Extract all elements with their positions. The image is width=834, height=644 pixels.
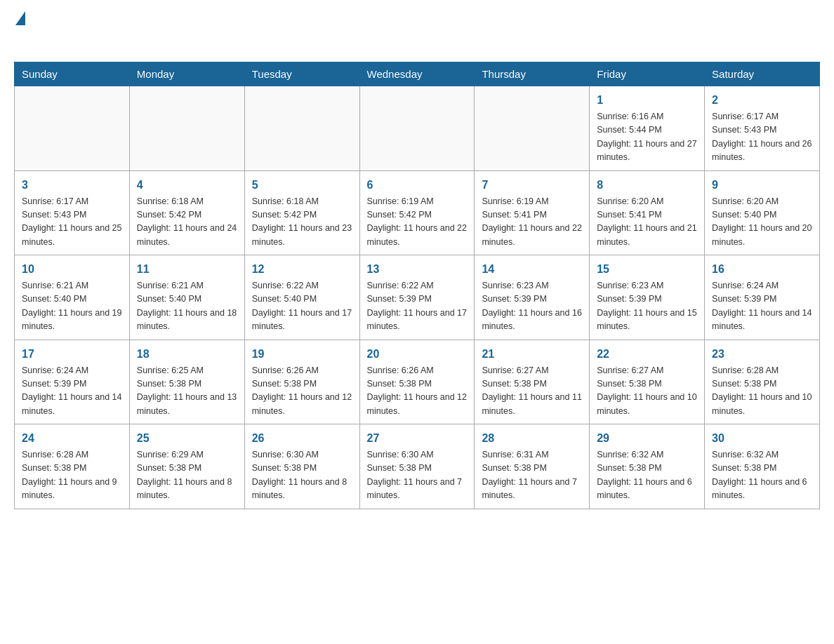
day-info: Sunrise: 6:20 AMSunset: 5:41 PMDaylight:…	[597, 195, 697, 250]
calendar-header-row: SundayMondayTuesdayWednesdayThursdayFrid…	[15, 62, 820, 86]
calendar-day-cell: 17Sunrise: 6:24 AMSunset: 5:39 PMDayligh…	[15, 340, 130, 424]
day-info: Sunrise: 6:23 AMSunset: 5:39 PMDaylight:…	[482, 279, 582, 334]
logo-general-text	[14, 14, 25, 25]
calendar-day-cell	[359, 86, 475, 171]
day-number: 17	[22, 346, 122, 363]
day-number: 16	[712, 261, 812, 278]
calendar-day-cell: 21Sunrise: 6:27 AMSunset: 5:38 PMDayligh…	[475, 340, 590, 424]
day-info: Sunrise: 6:21 AMSunset: 5:40 PMDaylight:…	[22, 279, 122, 334]
calendar-week-row: 3Sunrise: 6:17 AMSunset: 5:43 PMDaylight…	[15, 170, 820, 255]
calendar-day-cell: 30Sunrise: 6:32 AMSunset: 5:38 PMDayligh…	[705, 424, 820, 509]
page-header	[14, 14, 820, 48]
day-info: Sunrise: 6:32 AMSunset: 5:38 PMDaylight:…	[712, 448, 812, 503]
calendar-day-cell: 25Sunrise: 6:29 AMSunset: 5:38 PMDayligh…	[129, 424, 244, 509]
calendar-header-sunday: Sunday	[15, 62, 130, 86]
calendar-day-cell: 23Sunrise: 6:28 AMSunset: 5:38 PMDayligh…	[705, 340, 820, 424]
calendar-day-cell: 13Sunrise: 6:22 AMSunset: 5:39 PMDayligh…	[359, 255, 475, 340]
day-number: 4	[137, 177, 237, 194]
day-info: Sunrise: 6:24 AMSunset: 5:39 PMDaylight:…	[712, 279, 812, 334]
day-number: 19	[252, 346, 352, 363]
calendar-day-cell: 18Sunrise: 6:25 AMSunset: 5:38 PMDayligh…	[129, 340, 244, 424]
calendar-day-cell	[15, 86, 130, 171]
day-number: 2	[712, 92, 812, 109]
day-number: 27	[367, 430, 468, 447]
day-number: 10	[22, 261, 122, 278]
day-number: 15	[597, 261, 697, 278]
calendar-day-cell: 3Sunrise: 6:17 AMSunset: 5:43 PMDaylight…	[15, 170, 130, 255]
day-info: Sunrise: 6:17 AMSunset: 5:43 PMDaylight:…	[712, 110, 812, 165]
day-number: 6	[367, 177, 468, 194]
calendar-day-cell: 16Sunrise: 6:24 AMSunset: 5:39 PMDayligh…	[705, 255, 820, 340]
day-number: 3	[22, 177, 122, 194]
calendar-header-friday: Friday	[590, 62, 705, 86]
day-number: 7	[482, 177, 582, 194]
day-number: 20	[367, 346, 468, 363]
day-number: 5	[252, 177, 352, 194]
day-info: Sunrise: 6:24 AMSunset: 5:39 PMDaylight:…	[22, 364, 122, 419]
calendar-day-cell: 2Sunrise: 6:17 AMSunset: 5:43 PMDaylight…	[705, 86, 820, 171]
day-number: 18	[137, 346, 237, 363]
day-info: Sunrise: 6:26 AMSunset: 5:38 PMDaylight:…	[367, 364, 468, 419]
day-number: 23	[712, 346, 812, 363]
calendar-day-cell: 1Sunrise: 6:16 AMSunset: 5:44 PMDaylight…	[590, 86, 705, 171]
calendar-day-cell	[244, 86, 359, 171]
day-info: Sunrise: 6:22 AMSunset: 5:40 PMDaylight:…	[252, 279, 352, 334]
calendar-day-cell: 4Sunrise: 6:18 AMSunset: 5:42 PMDaylight…	[129, 170, 244, 255]
day-info: Sunrise: 6:28 AMSunset: 5:38 PMDaylight:…	[22, 448, 122, 503]
calendar-week-row: 10Sunrise: 6:21 AMSunset: 5:40 PMDayligh…	[15, 255, 820, 340]
day-info: Sunrise: 6:29 AMSunset: 5:38 PMDaylight:…	[137, 448, 237, 503]
calendar-day-cell: 14Sunrise: 6:23 AMSunset: 5:39 PMDayligh…	[475, 255, 590, 340]
calendar-day-cell: 28Sunrise: 6:31 AMSunset: 5:38 PMDayligh…	[475, 424, 590, 509]
day-number: 9	[712, 177, 812, 194]
logo-arrow-icon	[15, 11, 25, 25]
calendar-day-cell: 27Sunrise: 6:30 AMSunset: 5:38 PMDayligh…	[359, 424, 475, 509]
day-number: 29	[597, 430, 697, 447]
calendar-week-row: 17Sunrise: 6:24 AMSunset: 5:39 PMDayligh…	[15, 340, 820, 424]
day-info: Sunrise: 6:30 AMSunset: 5:38 PMDaylight:…	[252, 448, 352, 503]
calendar-day-cell	[475, 86, 590, 171]
day-info: Sunrise: 6:21 AMSunset: 5:40 PMDaylight:…	[137, 279, 237, 334]
day-number: 25	[137, 430, 237, 447]
calendar-day-cell: 22Sunrise: 6:27 AMSunset: 5:38 PMDayligh…	[590, 340, 705, 424]
day-info: Sunrise: 6:31 AMSunset: 5:38 PMDaylight:…	[482, 448, 582, 503]
calendar-day-cell: 10Sunrise: 6:21 AMSunset: 5:40 PMDayligh…	[15, 255, 130, 340]
day-number: 26	[252, 430, 352, 447]
day-info: Sunrise: 6:20 AMSunset: 5:40 PMDaylight:…	[712, 195, 812, 250]
logo	[14, 14, 25, 48]
calendar-day-cell: 9Sunrise: 6:20 AMSunset: 5:40 PMDaylight…	[705, 170, 820, 255]
day-number: 11	[137, 261, 237, 278]
calendar-table: SundayMondayTuesdayWednesdayThursdayFrid…	[14, 62, 820, 509]
calendar-week-row: 1Sunrise: 6:16 AMSunset: 5:44 PMDaylight…	[15, 86, 820, 171]
day-info: Sunrise: 6:19 AMSunset: 5:41 PMDaylight:…	[482, 195, 582, 250]
day-info: Sunrise: 6:19 AMSunset: 5:42 PMDaylight:…	[367, 195, 468, 250]
calendar-day-cell: 15Sunrise: 6:23 AMSunset: 5:39 PMDayligh…	[590, 255, 705, 340]
day-number: 12	[252, 261, 352, 278]
day-info: Sunrise: 6:27 AMSunset: 5:38 PMDaylight:…	[597, 364, 697, 419]
day-number: 24	[22, 430, 122, 447]
day-number: 8	[597, 177, 697, 194]
calendar-header-wednesday: Wednesday	[359, 62, 475, 86]
calendar-day-cell: 24Sunrise: 6:28 AMSunset: 5:38 PMDayligh…	[15, 424, 130, 509]
day-number: 14	[482, 261, 582, 278]
day-info: Sunrise: 6:25 AMSunset: 5:38 PMDaylight:…	[137, 364, 237, 419]
day-info: Sunrise: 6:18 AMSunset: 5:42 PMDaylight:…	[252, 195, 352, 250]
calendar-day-cell: 11Sunrise: 6:21 AMSunset: 5:40 PMDayligh…	[129, 255, 244, 340]
day-info: Sunrise: 6:32 AMSunset: 5:38 PMDaylight:…	[597, 448, 697, 503]
calendar-day-cell: 12Sunrise: 6:22 AMSunset: 5:40 PMDayligh…	[244, 255, 359, 340]
day-number: 13	[367, 261, 468, 278]
day-number: 1	[597, 92, 697, 109]
calendar-header-tuesday: Tuesday	[244, 62, 359, 86]
calendar-header-thursday: Thursday	[475, 62, 590, 86]
calendar-day-cell: 5Sunrise: 6:18 AMSunset: 5:42 PMDaylight…	[244, 170, 359, 255]
calendar-week-row: 24Sunrise: 6:28 AMSunset: 5:38 PMDayligh…	[15, 424, 820, 509]
day-info: Sunrise: 6:26 AMSunset: 5:38 PMDaylight:…	[252, 364, 352, 419]
day-info: Sunrise: 6:27 AMSunset: 5:38 PMDaylight:…	[482, 364, 582, 419]
day-info: Sunrise: 6:16 AMSunset: 5:44 PMDaylight:…	[597, 110, 697, 165]
day-number: 28	[482, 430, 582, 447]
day-info: Sunrise: 6:22 AMSunset: 5:39 PMDaylight:…	[367, 279, 468, 334]
day-number: 21	[482, 346, 582, 363]
calendar-day-cell: 29Sunrise: 6:32 AMSunset: 5:38 PMDayligh…	[590, 424, 705, 509]
calendar-header-saturday: Saturday	[705, 62, 820, 86]
calendar-header-monday: Monday	[129, 62, 244, 86]
day-info: Sunrise: 6:18 AMSunset: 5:42 PMDaylight:…	[137, 195, 237, 250]
